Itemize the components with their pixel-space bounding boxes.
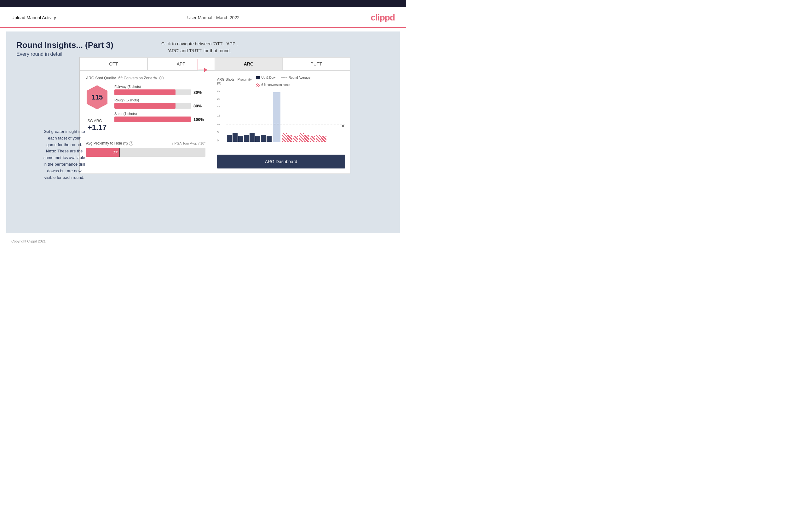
chart-bar-h7 — [316, 135, 321, 142]
bar-row-rough: Rough (5 shots) 80% — [114, 98, 205, 109]
legend-6ft-zone: 6 ft conversion zone — [256, 83, 290, 87]
chart-header: ARG Shots - Proximity (ft) Up & Down Rou… — [217, 76, 345, 87]
bar-label-rough: Rough (5 shots) — [114, 98, 205, 102]
bar-bg-rough — [114, 103, 191, 109]
dashed-line-label: 8 — [342, 124, 344, 127]
hex-number: 115 — [91, 93, 103, 101]
bar-pct-fairway: 80% — [194, 90, 205, 95]
card-body: ARG Shot Quality 6ft Conversion Zone % ? — [80, 71, 350, 173]
main-content: Round Insights... (Part 3) Every round i… — [6, 32, 400, 233]
chart-bar-3 — [238, 136, 243, 142]
bar-label-sand: Sand (1 shots) — [114, 112, 205, 116]
bar-bg-sand — [114, 116, 191, 122]
section-title: ARG Shot Quality — [86, 76, 116, 80]
content-wrapper: Round Insights... (Part 3) Every round i… — [16, 40, 390, 174]
clippd-logo: clippd — [371, 13, 395, 23]
proximity-bar-track: 77' — [86, 148, 205, 157]
chart-bar-1 — [227, 135, 232, 142]
hexagon-badge: 115 — [86, 85, 108, 110]
chart-bar-h8 — [321, 136, 326, 142]
footer-text: Copyright Clippd 2021 — [11, 239, 46, 243]
proximity-header: Avg Proximity to Hole (ft) ? ↑ PGA Tour … — [86, 141, 205, 146]
bar-label-fairway: Fairway (5 shots) — [114, 85, 205, 89]
top-bar — [0, 0, 406, 7]
chart-title: ARG Shots - Proximity (ft) — [217, 77, 256, 85]
nav-hint-line1: Click to navigate between 'OTT', 'APP', — [161, 40, 238, 47]
right-panel: ARG Shots - Proximity (ft) Up & Down Rou… — [212, 71, 350, 173]
chart-bar-8 — [266, 136, 271, 142]
chart-bar-h4 — [299, 133, 304, 142]
chart-legend: Up & Down Round Average 6 ft conversion … — [256, 76, 345, 87]
bar-chart-container: 30 25 20 15 10 5 0 — [226, 89, 345, 152]
chart-bar-2 — [233, 133, 238, 142]
tab-ott[interactable]: OTT — [80, 57, 147, 70]
bar-track-fairway: 80% — [114, 90, 205, 95]
proximity-bar-fill: 77' — [86, 148, 119, 157]
hatched-bars-group — [282, 89, 326, 142]
chart-bar-6 — [255, 136, 260, 142]
chart-bar-highlight — [273, 92, 281, 142]
chart-bar-h5 — [304, 135, 309, 142]
arrow-icon — [195, 56, 214, 75]
legend-up-down: Up & Down — [256, 76, 277, 79]
proximity-section: Avg Proximity to Hole (ft) ? ↑ PGA Tour … — [86, 137, 205, 157]
bar-track-sand: 100% — [114, 116, 205, 122]
svg-marker-2 — [204, 68, 207, 72]
proximity-value: 77' — [113, 150, 118, 155]
bar-row-sand: Sand (1 shots) 100% — [114, 112, 205, 122]
chart-bar-h6 — [310, 136, 315, 142]
legend-hatched-box — [256, 83, 260, 87]
arg-dashboard-button[interactable]: ARG Dashboard — [217, 155, 345, 168]
chart-bar-7 — [261, 135, 266, 142]
header: Upload Manual Activity User Manual - Mar… — [0, 7, 406, 28]
proximity-help-icon[interactable]: ? — [129, 141, 133, 146]
bar-bg-fairway — [114, 90, 191, 95]
legend-label-6ft: 6 ft conversion zone — [261, 83, 290, 87]
legend-label-round-avg: Round Average — [289, 76, 310, 79]
sg-label: SG ARG — [88, 119, 107, 123]
dark-bars-group — [227, 89, 271, 142]
chart-area: 8 — [226, 89, 345, 142]
chart-bar-h3 — [293, 136, 298, 142]
chart-bar-4 — [244, 135, 249, 142]
nav-hint-line2: 'ARG' and 'PUTT' for that round. — [161, 47, 238, 54]
legend-round-avg: Round Average — [281, 76, 310, 79]
chart-bar-5 — [250, 133, 255, 142]
bar-fill-sand — [114, 116, 191, 122]
legend-dashed-line — [281, 77, 287, 78]
proximity-cursor — [119, 148, 120, 157]
hex-wrapper: 115 SG ARG +1.17 — [86, 85, 108, 132]
legend-box-up-down — [256, 76, 260, 79]
y-axis: 30 25 20 15 10 5 0 — [217, 89, 220, 142]
left-panel: ARG Shot Quality 6ft Conversion Zone % ? — [80, 71, 212, 173]
bar-pct-sand: 100% — [194, 117, 205, 122]
chart-bar-h1 — [282, 133, 287, 142]
bars-section: Fairway (5 shots) 80% Rough — [114, 85, 205, 125]
pga-avg: ↑ PGA Tour Avg: 7'10" — [172, 142, 205, 145]
bar-pct-rough: 80% — [194, 104, 205, 108]
header-center-text: User Manual - March 2022 — [187, 15, 240, 20]
legend-label-up-down: Up & Down — [261, 76, 277, 79]
bar-fill-rough — [114, 103, 175, 109]
tab-putt[interactable]: PUTT — [283, 57, 350, 70]
bar-track-rough: 80% — [114, 103, 205, 109]
chart-bar-h2 — [287, 135, 292, 142]
header-left-text: Upload Manual Activity — [11, 15, 56, 20]
bar-fill-fairway — [114, 90, 175, 95]
bar-row-fairway: Fairway (5 shots) 80% — [114, 85, 205, 95]
nav-hint: Click to navigate between 'OTT', 'APP', … — [161, 40, 238, 76]
footer: Copyright Clippd 2021 — [0, 237, 406, 246]
hex-badge-container: 115 SG ARG +1.17 Fairway (5 shots) — [86, 85, 205, 132]
section-subtitle: 6ft Conversion Zone % — [118, 76, 157, 80]
